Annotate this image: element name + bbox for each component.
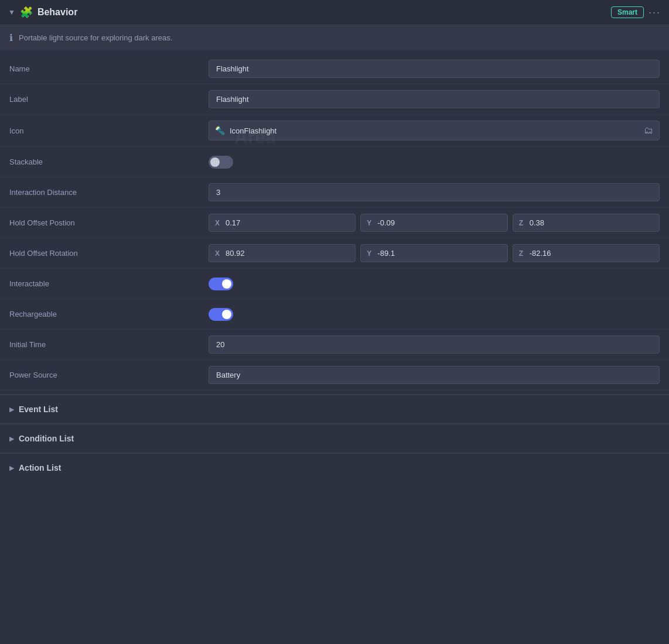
behavior-icon: 🧩 — [20, 6, 33, 19]
hold-pos-y-value[interactable]: -0.09 — [377, 218, 395, 227]
interaction-distance-input[interactable] — [209, 183, 660, 201]
power-source-row: Power Source — [0, 360, 669, 390]
interaction-distance-value — [209, 183, 660, 201]
panel-header: ▼ 🧩 Behavior Smart ··· — [0, 0, 669, 25]
stackable-value — [209, 156, 660, 169]
icon-row: Icon 🔦 IconFlashlight 🗂 — [0, 115, 669, 147]
stackable-row: Stackable — [0, 147, 669, 177]
name-label: Name — [9, 64, 209, 73]
hold-pos-x-value[interactable]: 0.17 — [226, 218, 240, 227]
hold-rot-y-value[interactable]: -89.1 — [377, 249, 395, 258]
rechargeable-toggle[interactable] — [209, 308, 233, 321]
condition-list-chevron: ▶ — [9, 435, 14, 443]
icon-label: Icon — [9, 126, 209, 135]
label-value — [209, 90, 660, 108]
panel-title: Behavior — [37, 7, 77, 18]
hold-offset-rotation-label: Hold Offset Rotation — [9, 249, 209, 258]
header-right: Smart ··· — [611, 6, 661, 19]
name-value — [209, 60, 660, 78]
hold-offset-position-xyz: X 0.17 Y -0.09 Z 0.38 — [209, 214, 660, 232]
initial-time-value — [209, 335, 660, 354]
info-icon: ℹ — [9, 32, 13, 43]
hold-offset-position-value: X 0.17 Y -0.09 Z 0.38 — [209, 214, 660, 232]
interaction-distance-label: Interaction Distance — [9, 188, 209, 197]
event-list-chevron: ▶ — [9, 406, 14, 413]
icon-name-text: IconFlashlight — [230, 126, 644, 135]
label-row: Label — [0, 84, 669, 115]
interactable-toggle[interactable] — [209, 278, 233, 290]
collapse-chevron[interactable]: ▼ — [8, 8, 15, 16]
header-left: ▼ 🧩 Behavior — [8, 6, 77, 19]
event-list-title: Event List — [19, 405, 58, 414]
stackable-label: Stackable — [9, 157, 209, 166]
power-source-label: Power Source — [9, 371, 209, 379]
hold-pos-x-label: X — [215, 219, 222, 227]
name-input[interactable] — [209, 60, 660, 78]
hold-offset-rotation-xyz: X 80.92 Y -89.1 Z -82.16 — [209, 244, 660, 262]
hold-rot-y-wrapper: Y -89.1 — [360, 244, 507, 262]
icon-preview: 🔦 — [215, 126, 225, 135]
hold-rot-x-wrapper: X 80.92 — [209, 244, 356, 262]
rechargeable-label: Rechargeable — [9, 310, 209, 318]
rechargeable-value — [209, 308, 660, 321]
interactable-value — [209, 278, 660, 290]
initial-time-row: Initial Time — [0, 330, 669, 360]
stackable-slider — [209, 156, 233, 169]
power-source-input[interactable] — [209, 366, 660, 384]
hold-rot-x-value[interactable]: 80.92 — [226, 249, 245, 258]
smart-badge[interactable]: Smart — [611, 6, 644, 18]
icon-value: 🔦 IconFlashlight 🗂 — [209, 121, 660, 141]
hold-rot-z-wrapper: Z -82.16 — [513, 244, 660, 262]
hold-pos-z-label: Z — [519, 219, 526, 227]
interactable-label: Interactable — [9, 279, 209, 288]
action-list-section[interactable]: ▶ Action List — [0, 453, 669, 482]
initial-time-label: Initial Time — [9, 340, 209, 349]
hold-pos-z-value[interactable]: 0.38 — [530, 218, 544, 227]
interactable-slider — [209, 278, 233, 290]
hold-offset-position-row: Hold Offset Postion X 0.17 Y -0.09 Z 0.3… — [0, 208, 669, 238]
action-list-chevron: ▶ — [9, 464, 14, 472]
label-input[interactable] — [209, 90, 660, 108]
condition-list-title: Condition List — [19, 434, 74, 443]
icon-folder-button[interactable]: 🗂 — [644, 125, 653, 136]
power-source-value — [209, 366, 660, 384]
more-options-button[interactable]: ··· — [648, 6, 661, 19]
stackable-toggle[interactable] — [209, 156, 233, 169]
interactable-row: Interactable — [0, 269, 669, 299]
hold-pos-y-label: Y — [367, 219, 374, 227]
initial-time-input[interactable] — [209, 335, 660, 354]
hold-pos-x-wrapper: X 0.17 — [209, 214, 356, 232]
hold-rot-z-value[interactable]: -82.16 — [530, 249, 551, 258]
hold-rot-z-label: Z — [519, 249, 526, 258]
rechargeable-row: Rechargeable — [0, 299, 669, 330]
info-text: Portable light source for exploring dark… — [19, 33, 172, 42]
hold-rot-x-label: X — [215, 249, 222, 258]
info-banner: ℹ Portable light source for exploring da… — [0, 25, 669, 50]
hold-rot-y-label: Y — [367, 249, 374, 258]
rechargeable-slider — [209, 308, 233, 321]
hold-offset-position-label: Hold Offset Postion — [9, 218, 209, 227]
name-row: Name — [0, 54, 669, 84]
label-label: Label — [9, 95, 209, 104]
condition-list-section[interactable]: ▶ Condition List — [0, 424, 669, 453]
hold-pos-y-wrapper: Y -0.09 — [360, 214, 507, 232]
hold-offset-rotation-value: X 80.92 Y -89.1 Z -82.16 — [209, 244, 660, 262]
icon-input-wrapper: 🔦 IconFlashlight 🗂 — [209, 121, 660, 141]
hold-offset-rotation-row: Hold Offset Rotation X 80.92 Y -89.1 Z -… — [0, 238, 669, 269]
hold-pos-z-wrapper: Z 0.38 — [513, 214, 660, 232]
event-list-section[interactable]: ▶ Event List — [0, 395, 669, 423]
action-list-title: Action List — [19, 463, 61, 472]
form-container: Name Label Icon 🔦 IconFlashlight 🗂 — [0, 50, 669, 394]
interaction-distance-row: Interaction Distance — [0, 177, 669, 208]
